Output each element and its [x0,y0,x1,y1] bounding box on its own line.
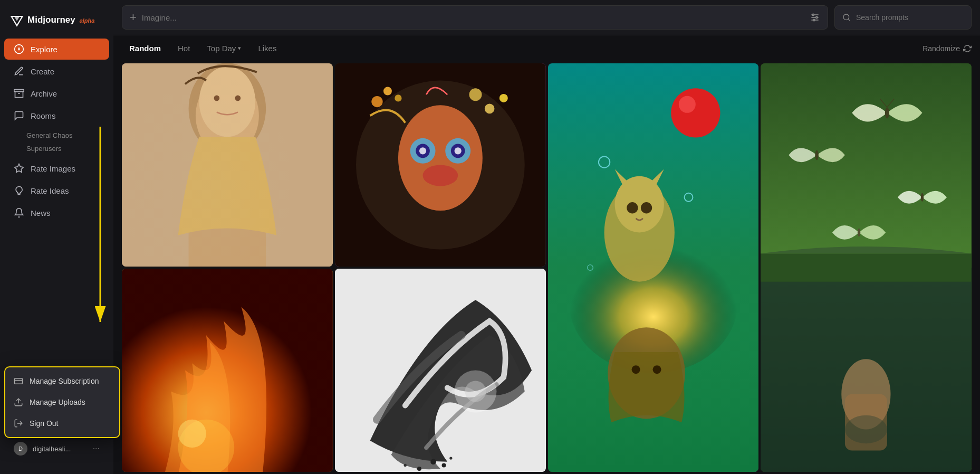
svg-rect-25 [122,63,333,267]
search-input[interactable] [856,13,964,22]
randomize-button[interactable]: Randomize [923,44,972,53]
svg-rect-5 [14,90,24,92]
sidebar-item-rooms[interactable]: Rooms [4,105,109,126]
svg-rect-48 [548,63,759,472]
settings-icon[interactable] [810,12,820,23]
sidebar-item-rate-images[interactable]: Rate Images [4,158,109,179]
svg-point-27 [196,77,259,155]
image-cell-3[interactable] [548,63,759,472]
svg-point-83 [430,459,436,464]
svg-point-86 [417,467,421,471]
svg-rect-76 [122,269,333,472]
svg-rect-65 [761,268,972,472]
username: digitalheali... [33,445,88,453]
svg-point-47 [499,94,508,102]
main-content: + Random Hot Top Day ▾ Likes Randomize [113,0,980,474]
sidebar: Midjourney alpha Explore Create Archive … [0,0,113,474]
room-general-chaos[interactable]: General Chaos [26,129,104,142]
tab-top-day[interactable]: Top Day ▾ [199,41,248,56]
svg-point-41 [422,165,458,186]
star-icon [14,163,24,174]
imagine-plus-icon[interactable]: + [130,11,137,24]
avatar: D [14,442,27,456]
svg-marker-7 [15,164,24,173]
logo: Midjourney alpha [0,8,113,38]
svg-point-52 [678,96,695,113]
svg-point-31 [235,96,241,101]
svg-point-60 [608,327,685,419]
svg-point-37 [416,144,430,158]
svg-point-58 [684,193,693,202]
popup-manage-uploads[interactable]: Manage Uploads [5,392,119,413]
svg-point-87 [403,464,406,467]
sidebar-item-rate-ideas[interactable]: Rate Ideas [4,180,109,201]
image-1-art [122,63,333,267]
sidebar-item-label: Archive [31,89,57,98]
logo-alpha: alpha [80,17,95,24]
svg-point-78 [178,420,235,472]
svg-point-20 [812,14,814,15]
tab-hot[interactable]: Hot [170,41,197,56]
image-cell-4[interactable] [761,63,972,472]
user-popup-menu: Manage Subscription Manage Uploads Sign … [4,366,120,438]
search-icon [842,13,851,22]
user-row[interactable]: D digitalheali... ··· [4,437,109,461]
pencil-icon [14,66,24,77]
svg-point-55 [627,202,638,213]
sidebar-item-news[interactable]: News [4,202,109,223]
popup-sign-out[interactable]: Sign Out [5,413,119,434]
sidebar-item-label: Create [31,67,54,76]
sidebar-item-label: Rooms [31,111,56,120]
imagine-bar: + [122,5,828,30]
sidebar-item-explore[interactable]: Explore [4,39,109,60]
svg-point-45 [469,88,482,101]
svg-rect-28 [189,165,266,267]
user-menu-dots[interactable]: ··· [93,444,100,453]
svg-point-56 [640,202,651,213]
sidebar-item-create[interactable]: Create [4,61,109,82]
svg-point-35 [410,138,435,164]
svg-point-59 [587,265,593,271]
svg-rect-66 [761,253,972,281]
image-6-art [335,269,546,472]
svg-point-82 [465,381,486,402]
exit-icon [14,419,23,428]
svg-line-69 [887,99,894,107]
svg-point-67 [885,107,889,118]
svg-marker-1 [14,16,20,21]
room-superusers[interactable]: Superusers [26,142,104,155]
card-icon [14,376,23,386]
svg-point-21 [816,16,818,18]
image-3-art [548,63,759,472]
popup-item-label: Sign Out [30,419,58,428]
sidebar-item-archive[interactable]: Archive [4,83,109,104]
image-4-art [761,63,972,472]
svg-point-51 [671,88,720,137]
popup-manage-subscription[interactable]: Manage Subscription [5,371,119,392]
svg-line-24 [848,19,850,21]
image-cell-6[interactable] [335,269,546,472]
imagine-input[interactable] [142,13,804,22]
svg-point-34 [398,105,483,211]
image-cell-5[interactable] [122,269,333,472]
svg-point-36 [445,138,470,164]
tabs-row: Random Hot Top Day ▾ Likes Randomize [113,35,980,61]
svg-point-57 [598,156,609,167]
svg-point-30 [214,96,220,101]
svg-point-85 [449,457,452,459]
svg-point-33 [356,81,525,250]
svg-rect-11 [15,378,23,384]
svg-point-43 [383,87,392,96]
rooms-sub: General Chaos Superusers [0,127,113,157]
image-cell-2[interactable] [335,63,546,267]
image-cell-1[interactable] [122,63,333,267]
tab-likes[interactable]: Likes [251,41,284,56]
svg-point-22 [813,19,815,21]
sidebar-item-label: Rate Images [31,164,75,173]
svg-point-42 [371,96,382,107]
svg-point-23 [843,14,849,20]
svg-point-26 [189,63,266,155]
tab-random[interactable]: Random [122,41,168,56]
search-bar [834,5,972,30]
svg-point-75 [845,415,887,443]
